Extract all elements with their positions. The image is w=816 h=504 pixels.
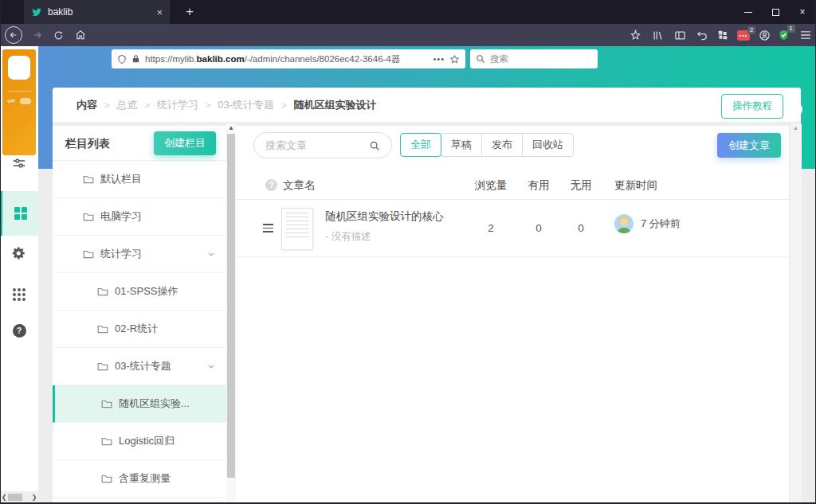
horizontal-scrollbar[interactable]: ❮ ❯ bbox=[0, 491, 38, 502]
channel-panel-scrollbar[interactable]: ▲ bbox=[226, 123, 236, 504]
tab-bar: baklib × + × bbox=[0, 0, 816, 24]
url-text[interactable]: https://mylib.baklib.com/-/admin/channel… bbox=[145, 53, 428, 65]
tab-favicon-bird-icon bbox=[31, 6, 42, 18]
article-views: 2 bbox=[467, 222, 515, 234]
sliders-icon[interactable] bbox=[0, 146, 38, 181]
channel-item-label: 随机区组实验... bbox=[119, 397, 190, 411]
maximize-button[interactable] bbox=[762, 0, 789, 24]
menu-hamburger-icon[interactable] bbox=[797, 26, 814, 44]
breadcrumb-separator: > bbox=[104, 100, 109, 110]
page-actions-icon[interactable]: ••• bbox=[433, 54, 445, 64]
browser-tab[interactable]: baklib × bbox=[24, 0, 170, 24]
undo-arrow-icon[interactable] bbox=[693, 26, 711, 44]
reload-button[interactable] bbox=[49, 26, 67, 44]
articles-panel: 搜索文章 全部 草稿 发布 回收站 创建文章 ? 文章名 浏览量 有用 无用 更… bbox=[236, 126, 789, 504]
channel-item-repeated-measures[interactable]: 含重复测量 bbox=[53, 460, 226, 498]
browser-window: baklib × + × https: bbox=[0, 0, 816, 504]
search-icon[interactable] bbox=[369, 140, 380, 151]
app-logo[interactable]: VIP bbox=[2, 49, 36, 155]
vip-label: VIP bbox=[7, 99, 15, 104]
channel-item-randomized-block[interactable]: 随机区组实验... bbox=[53, 385, 226, 423]
article-title[interactable]: 随机区组实验设计的核心 bbox=[325, 209, 444, 224]
channel-item-default[interactable]: 默认栏目 bbox=[53, 161, 226, 198]
account-icon[interactable] bbox=[755, 26, 773, 44]
drag-handle-icon[interactable] bbox=[263, 224, 273, 232]
back-button[interactable] bbox=[5, 26, 22, 44]
adblock-extension-icon[interactable]: ••• 2 bbox=[735, 26, 752, 44]
bookmark-star-icon[interactable] bbox=[449, 54, 460, 64]
forward-button[interactable] bbox=[29, 26, 46, 44]
apps-dots-grid-icon[interactable] bbox=[0, 277, 38, 312]
folder-icon bbox=[83, 249, 94, 259]
url-bar[interactable]: https://mylib.baklib.com/-/admin/channel… bbox=[112, 49, 465, 68]
create-article-button[interactable]: 创建文章 bbox=[717, 133, 781, 158]
channel-item-label: 02-R统计 bbox=[115, 322, 158, 336]
column-views: 浏览量 bbox=[467, 178, 515, 193]
new-tab-button[interactable]: + bbox=[180, 2, 199, 21]
window-frame-left bbox=[0, 0, 1, 504]
breadcrumb-content[interactable]: 内容 bbox=[76, 98, 97, 112]
column-useless: 无用 bbox=[561, 178, 601, 193]
window-close-button[interactable]: × bbox=[789, 0, 816, 24]
channel-item-label: 03-统计专题 bbox=[115, 359, 171, 373]
tab-close-icon[interactable]: × bbox=[156, 7, 163, 18]
settings-gear-icon[interactable] bbox=[0, 236, 38, 271]
chevron-down-icon[interactable] bbox=[207, 362, 215, 370]
breadcrumb-bar: 内容 > 总览 > 统计学习 > 03-统计专题 > 随机区组实验设计 操作教程 bbox=[53, 88, 801, 122]
extensions-grid-icon[interactable] bbox=[714, 26, 732, 44]
navigation-toolbar: https://mylib.baklib.com/-/admin/channel… bbox=[0, 24, 816, 46]
home-button[interactable] bbox=[72, 26, 89, 44]
scroll-right-icon[interactable]: ❯ bbox=[30, 494, 38, 501]
scroll-up-icon[interactable]: ▲ bbox=[226, 124, 236, 131]
browser-search-bar[interactable]: 搜索 bbox=[470, 49, 598, 68]
tab-title: baklib bbox=[48, 6, 151, 18]
sidebar-toggle-icon[interactable] bbox=[671, 26, 688, 44]
article-useless: 0 bbox=[561, 222, 601, 234]
lock-icon[interactable] bbox=[131, 54, 140, 64]
article-search-placeholder: 搜索文章 bbox=[265, 139, 369, 153]
filter-draft[interactable]: 草稿 bbox=[441, 133, 482, 157]
article-row[interactable]: 随机区组实验设计的核心 - 没有描述 2 0 0 7 分钟前 bbox=[236, 200, 789, 257]
articles-panel-scrollbar[interactable]: ▲ bbox=[789, 123, 802, 504]
article-updated-cell: 7 分钟前 bbox=[614, 214, 681, 233]
scrollbar-thumb[interactable] bbox=[8, 494, 22, 501]
folder-icon bbox=[83, 174, 94, 184]
scroll-up-icon[interactable]: ▲ bbox=[790, 125, 802, 131]
minimize-button[interactable] bbox=[735, 0, 762, 24]
channel-item-label: 电脑学习 bbox=[100, 209, 142, 224]
antivirus-shield-icon[interactable]: 1 bbox=[775, 26, 792, 44]
breadcrumb-stats-topic[interactable]: 03-统计专题 bbox=[218, 98, 274, 112]
channel-item-r-stats[interactable]: 02-R统计 bbox=[53, 311, 226, 348]
scrollbar-thumb[interactable] bbox=[227, 134, 235, 478]
tracking-protection-shield-icon[interactable] bbox=[117, 54, 127, 64]
chevron-down-icon[interactable] bbox=[207, 250, 215, 258]
article-thumbnail[interactable] bbox=[281, 208, 313, 250]
channel-item-computer-study[interactable]: 电脑学习 bbox=[53, 198, 226, 236]
filter-all[interactable]: 全部 bbox=[400, 133, 441, 157]
folder-icon bbox=[97, 324, 108, 334]
save-to-pocket-star-icon[interactable] bbox=[626, 26, 644, 44]
vip-toggle[interactable] bbox=[20, 98, 31, 104]
channel-item-label: 01-SPSS操作 bbox=[115, 284, 178, 299]
sidebar-help-icon[interactable]: ? bbox=[0, 313, 38, 348]
breadcrumb-overview[interactable]: 总览 bbox=[116, 98, 137, 112]
column-useful: 有用 bbox=[519, 178, 559, 193]
scroll-left-icon[interactable]: ❮ bbox=[0, 494, 8, 501]
browser-search-placeholder: 搜索 bbox=[490, 53, 508, 65]
breadcrumb-stats-study[interactable]: 统计学习 bbox=[157, 98, 198, 112]
channel-item-stats-topic[interactable]: 03-统计专题 bbox=[53, 348, 226, 385]
table-help-icon[interactable]: ? bbox=[265, 179, 277, 191]
channel-item-stats-study[interactable]: 统计学习 bbox=[53, 236, 226, 273]
channel-item-spss[interactable]: 01-SPSS操作 bbox=[53, 273, 226, 311]
filter-published[interactable]: 发布 bbox=[481, 133, 523, 157]
channel-item-label: 统计学习 bbox=[100, 247, 142, 261]
filter-recycle-bin[interactable]: 回收站 bbox=[522, 133, 574, 157]
channel-item-logistic[interactable]: Logistic回归 bbox=[53, 423, 226, 460]
create-channel-button[interactable]: 创建栏目 bbox=[154, 131, 216, 155]
dashboard-grid-icon[interactable] bbox=[0, 191, 38, 236]
tutorial-button[interactable]: 操作教程 bbox=[721, 94, 783, 119]
article-search-input[interactable]: 搜索文章 bbox=[253, 132, 392, 158]
window-controls: × bbox=[735, 0, 816, 24]
library-icon[interactable] bbox=[649, 26, 666, 44]
logo-square bbox=[8, 56, 30, 80]
